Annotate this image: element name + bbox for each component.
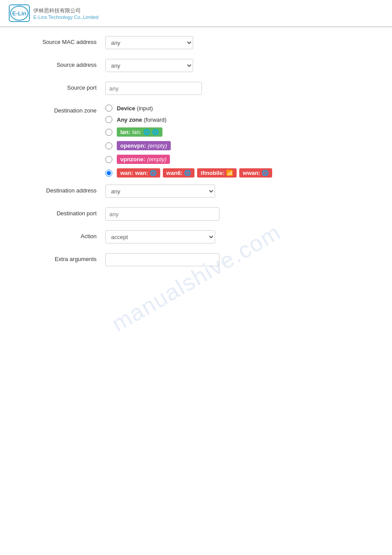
vpnzone-badge-sub: (empty) — [147, 156, 166, 163]
zone-openvpn-badges: openvpn: (empty) — [117, 141, 171, 150]
zone-radio-wan[interactable] — [105, 170, 112, 177]
zone-lan-badges: lan: lan: 🌐 🌐 — [117, 127, 162, 137]
wwan-label: wwan: 🌐 — [243, 170, 269, 176]
zone-wan-badges: wan: wan: 🌐 wan6: 🌐 ifmobile: 📶 wwan: 🌐 — [117, 168, 272, 178]
destination-zone-label: Destination zone — [26, 105, 105, 114]
source-address-select[interactable]: any — [105, 59, 193, 72]
ifmobile-label: ifmobile: 📶 — [201, 170, 233, 176]
extra-arguments-control — [105, 253, 366, 266]
zone-badge-wwan: wwan: 🌐 — [239, 168, 272, 178]
zone-badge-ifmobile: ifmobile: 📶 — [197, 168, 237, 178]
source-address-control: any — [105, 59, 366, 72]
zone-vpnzone-badges: vpnzone: (empty) — [117, 155, 170, 164]
zone-option-openvpn: openvpn: (empty) — [105, 141, 272, 150]
zone-option-anyzone: Any zone (forward) — [105, 116, 272, 123]
form-container: Source MAC address any Source address an… — [0, 32, 392, 285]
destination-port-control — [105, 207, 366, 221]
wan-sub1: wan: 🌐 — [135, 170, 157, 176]
logo-icon: E-Lin — [9, 4, 30, 22]
zone-device-label: Device (input) — [117, 105, 153, 112]
destination-address-label: Destination address — [26, 185, 105, 194]
source-mac-control: any — [105, 36, 366, 49]
destination-port-row: Destination port — [26, 207, 366, 223]
zone-options: Device (input) Any zone (forward) lan: — [105, 105, 272, 178]
zone-radio-anyzone[interactable] — [105, 116, 112, 123]
zone-option-vpnzone: vpnzone: (empty) — [105, 155, 272, 164]
source-mac-row: Source MAC address any — [26, 36, 366, 52]
source-mac-label: Source MAC address — [26, 36, 105, 45]
wan6-label: wan6: 🌐 — [166, 170, 191, 176]
lan-icon2: 🌐 — [152, 129, 159, 135]
lan-badge-sub: lan: — [132, 129, 141, 135]
logo-text-block: 伊林思科技有限公司 E-Lins Technology Co.,Limited — [33, 7, 98, 20]
openvpn-badge-label: openvpn: — [120, 142, 146, 149]
source-port-label: Source port — [26, 82, 105, 91]
action-select[interactable]: accept — [105, 230, 215, 243]
logo-container: E-Lin 伊林思科技有限公司 E-Lins Technology Co.,Li… — [9, 4, 98, 22]
vpnzone-badge-label: vpnzone: — [120, 156, 145, 163]
source-address-row: Source address any — [26, 59, 366, 75]
zone-option-lan: lan: lan: 🌐 🌐 — [105, 127, 272, 137]
destination-port-label: Destination port — [26, 207, 105, 217]
lan-badge-label: lan: — [120, 129, 130, 135]
action-control: accept — [105, 230, 366, 243]
source-port-input[interactable] — [105, 82, 202, 95]
lan-icon1: 🌐 — [143, 129, 150, 135]
source-address-label: Source address — [26, 59, 105, 68]
destination-address-select[interactable]: any — [105, 185, 215, 198]
zone-radio-device[interactable] — [105, 105, 112, 112]
zone-option-wan: wan: wan: 🌐 wan6: 🌐 ifmobile: 📶 wwan: 🌐 — [105, 168, 272, 178]
destination-port-input[interactable] — [105, 207, 219, 221]
wan-badge-label: wan: — [120, 170, 133, 176]
zone-anyzone-label: Any zone (forward) — [117, 116, 166, 123]
action-row: Action accept — [26, 230, 366, 246]
source-port-row: Source port — [26, 82, 366, 98]
openvpn-badge-sub: (empty) — [148, 142, 167, 149]
logo-chinese-text: 伊林思科技有限公司 — [33, 7, 98, 15]
zone-badge-openvpn: openvpn: (empty) — [117, 141, 171, 150]
logo-english-text: E-Lins Technology Co.,Limited — [33, 15, 98, 20]
zone-badge-wan: wan: wan: 🌐 — [117, 168, 160, 178]
zone-badge-vpnzone: vpnzone: (empty) — [117, 155, 170, 164]
action-label: Action — [26, 230, 105, 239]
extra-arguments-input[interactable] — [105, 253, 219, 266]
zone-badge-wan6: wan6: 🌐 — [163, 168, 194, 178]
zone-radio-openvpn[interactable] — [105, 142, 112, 149]
zone-radio-lan[interactable] — [105, 129, 112, 136]
destination-address-row: Destination address any — [26, 185, 366, 200]
destination-zone-control: Device (input) Any zone (forward) lan: — [105, 105, 366, 178]
source-port-control — [105, 82, 366, 95]
extra-arguments-row: Extra arguments — [26, 253, 366, 269]
svg-text:E-Lin: E-Lin — [12, 10, 27, 17]
zone-badge-lan: lan: lan: 🌐 🌐 — [117, 127, 162, 137]
destination-address-control: any — [105, 185, 366, 198]
zone-option-device: Device (input) — [105, 105, 272, 112]
destination-zone-row: Destination zone Device (input) Any zone… — [26, 105, 366, 178]
extra-arguments-label: Extra arguments — [26, 253, 105, 262]
header: E-Lin 伊林思科技有限公司 E-Lins Technology Co.,Li… — [0, 0, 392, 27]
zone-radio-vpnzone[interactable] — [105, 156, 112, 163]
source-mac-select[interactable]: any — [105, 36, 193, 49]
